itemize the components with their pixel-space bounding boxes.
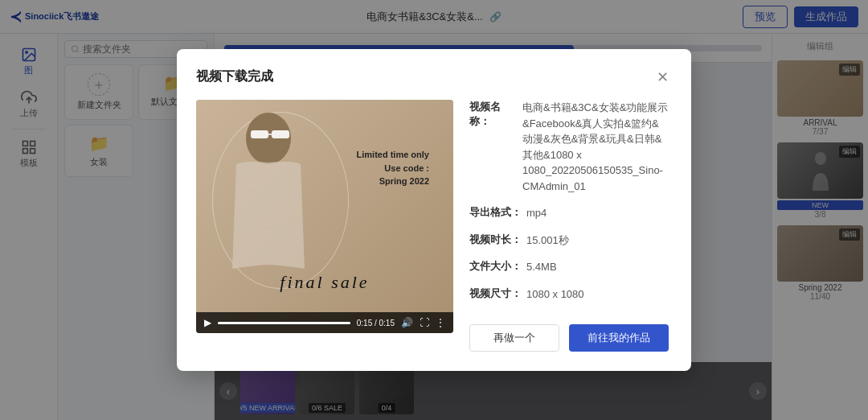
svg-rect-11: [251, 130, 268, 138]
modal-title: 视频下载完成: [196, 68, 273, 85]
more-options-button[interactable]: ⋮: [436, 317, 445, 328]
value-filesize: 5.4MB: [526, 259, 557, 275]
modal-close-button[interactable]: ✕: [657, 70, 669, 84]
value-vidsize: 1080 x 1080: [526, 286, 584, 303]
another-button[interactable]: 再做一个: [469, 324, 559, 352]
video-bottom-text: final sale: [196, 272, 453, 293]
modal-info: 视频名称： 电商&书籍&3C&女装&功能展示&Facebook&真人实拍&篮约&…: [469, 100, 669, 352]
video-content: Limited time only Use code : Spring 2022…: [196, 100, 453, 333]
value-format: mp4: [526, 205, 547, 221]
info-row-filesize: 文件大小： 5.4MB: [469, 259, 669, 275]
svg-rect-12: [272, 130, 289, 138]
label-filesize: 文件大小：: [469, 259, 522, 274]
play-button[interactable]: ▶: [204, 317, 211, 328]
video-controls: ▶ 0:15 / 0:15 🔊 ⛶ ⋮: [196, 312, 453, 333]
fullscreen-button[interactable]: ⛶: [420, 317, 429, 328]
modal-video-preview: Limited time only Use code : Spring 2022…: [196, 100, 453, 352]
progress-bar: [218, 322, 350, 324]
video-promo-text: Limited time only Use code : Spring 2022: [357, 148, 429, 188]
value-name: 电商&书籍&3C&女装&功能展示&Facebook&真人实拍&篮约&动漫&灰色&…: [522, 100, 669, 194]
time-display: 0:15 / 0:15: [357, 319, 395, 327]
info-row-name: 视频名称： 电商&书籍&3C&女装&功能展示&Facebook&真人实拍&篮约&…: [469, 100, 669, 194]
value-duration: 15.001秒: [526, 233, 569, 249]
myworks-button[interactable]: 前往我的作品: [569, 324, 669, 352]
label-vidsize: 视频尺寸：: [469, 286, 522, 301]
volume-button[interactable]: 🔊: [401, 317, 413, 328]
modal-actions: 再做一个 前往我的作品: [469, 324, 669, 352]
info-row-format: 导出格式： mp4: [469, 205, 669, 221]
label-name: 视频名称：: [469, 100, 518, 129]
video-frame: Limited time only Use code : Spring 2022…: [196, 100, 453, 333]
progress-fill: [218, 322, 350, 324]
info-row-vidsize: 视频尺寸： 1080 x 1080: [469, 286, 669, 303]
download-complete-modal: 视频下载完成 ✕: [177, 49, 691, 371]
info-row-duration: 视频时长： 15.001秒: [469, 233, 669, 249]
modal-header: 视频下载完成 ✕: [196, 68, 669, 85]
modal-body: Limited time only Use code : Spring 2022…: [196, 100, 669, 352]
label-format: 导出格式：: [469, 205, 522, 220]
label-duration: 视频时长：: [469, 233, 522, 247]
